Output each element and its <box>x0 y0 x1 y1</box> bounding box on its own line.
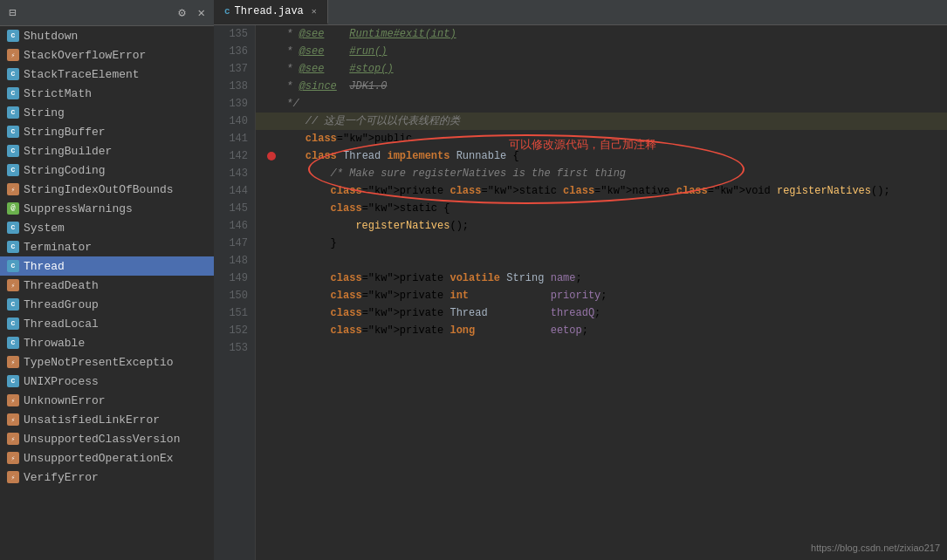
gutter-marker <box>263 152 280 160</box>
code-content: class="kw">static { <box>280 200 449 217</box>
code-line: * @see #run() <box>256 43 947 60</box>
sidebar-item-label: VerifyError <box>24 471 99 484</box>
sidebar-item-label: ThreadDeath <box>24 279 99 292</box>
code-content: class="kw">public <box>280 130 412 147</box>
code-line: * @see Runtime#exit(int) <box>256 25 947 43</box>
sidebar-item-stringbuilder[interactable]: cStringBuilder <box>0 141 214 160</box>
sidebar-item-unknownerror[interactable]: ⚡UnknownError <box>0 391 214 410</box>
code-content: /* Make sure registerNatives is the firs… <box>280 165 632 182</box>
line-number: 136 <box>221 43 248 60</box>
code-content: class="kw">private Thread threadQ; <box>280 304 600 322</box>
sidebar-item-shutdown[interactable]: cShutdown <box>0 26 214 45</box>
sidebar-item-unsupportedoperationex[interactable]: ⚡UnsupportedOperationEx <box>0 448 214 468</box>
sidebar-item-verifyerror[interactable]: ⚡VerifyError <box>0 468 214 487</box>
sidebar-item-stringbuffer[interactable]: cStringBuffer <box>0 122 214 141</box>
sidebar-item-label: UnsupportedOperationEx <box>24 452 174 465</box>
sidebar-item-string[interactable]: cString <box>0 103 214 122</box>
code-line: class="kw">private Thread threadQ; <box>256 304 947 322</box>
code-line: registerNatives(); <box>256 217 947 235</box>
sidebar-item-stringindexoutofbounds[interactable]: ⚡StringIndexOutOfBounds <box>0 180 214 199</box>
sidebar-item-stackoverflowerror[interactable]: ⚡StackOverflowError <box>0 45 214 65</box>
sidebar: ⊟ ⚙ ✕ cShutdown⚡StackOverflowErrorcStack… <box>0 0 214 560</box>
sidebar-item-unsatisfiedlinkerror[interactable]: ⚡UnsatisfiedLinkError <box>0 410 214 429</box>
sidebar-toolbar: ⊟ ⚙ ✕ <box>0 0 214 26</box>
class-icon: c <box>7 260 19 272</box>
tab-label: Thread.java <box>235 5 304 17</box>
sidebar-item-suppresswarnings[interactable]: @SuppressWarnings <box>0 199 214 218</box>
sidebar-item-label: String <box>24 106 65 120</box>
sidebar-item-label: Shutdown <box>24 30 78 43</box>
code-line <box>256 339 947 357</box>
sidebar-item-label: UnsupportedClassVersion <box>24 433 180 446</box>
sidebar-item-label: StrictMath <box>24 87 92 100</box>
sidebar-item-system[interactable]: cSystem <box>0 218 214 237</box>
code-line: // 这是一个可以以代表线程的类 <box>256 113 947 130</box>
sidebar-item-throwable[interactable]: cThrowable <box>0 333 214 352</box>
line-number: 139 <box>221 95 248 113</box>
sidebar-item-stacktraceelement[interactable]: cStackTraceElement <box>0 65 214 84</box>
sidebar-item-label: StackOverflowError <box>24 49 146 62</box>
class-icon: c <box>7 298 19 311</box>
code-content: * @since JDK1.0 <box>280 78 387 95</box>
code-line: class="kw">private long eetop; <box>256 322 947 339</box>
sidebar-item-label: StackTraceElement <box>24 68 140 81</box>
code-line: * @since JDK1.0 <box>256 78 947 95</box>
editor-tabs: c Thread.java ✕ <box>214 0 947 25</box>
sidebar-item-threadgroup[interactable]: cThreadGroup <box>0 295 214 314</box>
code-line: class="kw">private class="kw">static cla… <box>256 182 947 200</box>
code-content: */ <box>280 95 299 113</box>
collapse-icon[interactable]: ⊟ <box>5 3 19 22</box>
class-icon: c <box>7 375 19 387</box>
sidebar-item-unixprocess[interactable]: cUNIXProcess <box>0 372 214 391</box>
sidebar-item-label: Terminator <box>24 241 92 254</box>
line-number: 148 <box>221 252 248 270</box>
code-area: * @see Runtime#exit(int) * @see #run() *… <box>256 25 947 560</box>
settings-icon[interactable]: ⚙ <box>175 3 189 22</box>
code-content: registerNatives(); <box>280 217 469 235</box>
sidebar-item-label: StringCoding <box>24 164 106 177</box>
line-number: 146 <box>221 217 248 235</box>
sidebar-item-label: UnsatisfiedLinkError <box>24 413 160 427</box>
line-numbers: 1351361371381391401411421431441451461471… <box>214 25 256 560</box>
sidebar-item-terminator[interactable]: cTerminator <box>0 237 214 256</box>
sidebar-item-stringcoding[interactable]: cStringCoding <box>0 160 214 180</box>
line-number: 144 <box>221 182 248 200</box>
code-content: * @see #stop() <box>280 60 394 78</box>
sidebar-item-label: System <box>24 222 65 235</box>
editor-content[interactable]: 1351361371381391401411421431441451461471… <box>214 25 947 560</box>
sidebar-item-label: StringIndexOutOfBounds <box>24 183 174 196</box>
class-icon: ⚡ <box>7 49 19 61</box>
class-icon: ⚡ <box>7 433 19 445</box>
close-icon[interactable]: ✕ <box>195 3 209 22</box>
code-content: } <box>280 235 337 252</box>
class-icon: c <box>7 241 19 253</box>
sidebar-item-label: StringBuilder <box>24 145 112 158</box>
sidebar-item-threadlocal[interactable]: cThreadLocal <box>0 314 214 333</box>
code-content: // 这是一个可以以代表线程的类 <box>280 113 460 130</box>
class-icon: c <box>7 87 19 99</box>
class-icon: ⚡ <box>7 452 19 464</box>
sidebar-item-unsupportedclassversion[interactable]: ⚡UnsupportedClassVersion <box>0 429 214 448</box>
breakpoint-dot <box>267 152 276 160</box>
code-content: * @see Runtime#exit(int) <box>280 25 456 43</box>
class-icon: ⚡ <box>7 471 19 483</box>
class-icon: c <box>7 106 19 119</box>
line-number: 153 <box>221 339 248 357</box>
class-icon: @ <box>7 202 19 215</box>
line-number: 141 <box>221 130 248 147</box>
line-number: 142 <box>221 147 248 165</box>
sidebar-item-threaddeath[interactable]: ⚡ThreadDeath <box>0 276 214 295</box>
tab-close-icon[interactable]: ✕ <box>312 6 317 17</box>
tab-thread-java[interactable]: c Thread.java ✕ <box>214 0 328 24</box>
code-line: class="kw">private int priority; <box>256 287 947 304</box>
sidebar-item-strictmath[interactable]: cStrictMath <box>0 84 214 103</box>
sidebar-item-label: TypeNotPresentExceptio <box>24 356 174 369</box>
code-line: class="kw">static { <box>256 200 947 217</box>
sidebar-item-label: ThreadLocal <box>24 318 99 331</box>
class-icon: c <box>7 126 19 138</box>
watermark: https://blog.csdn.net/zixiao217 <box>811 543 940 553</box>
sidebar-item-label: ThreadGroup <box>24 298 99 311</box>
line-number: 137 <box>221 60 248 78</box>
sidebar-item-thread[interactable]: cThread <box>0 256 214 276</box>
sidebar-item-typenotpresentexceptio[interactable]: ⚡TypeNotPresentExceptio <box>0 352 214 372</box>
